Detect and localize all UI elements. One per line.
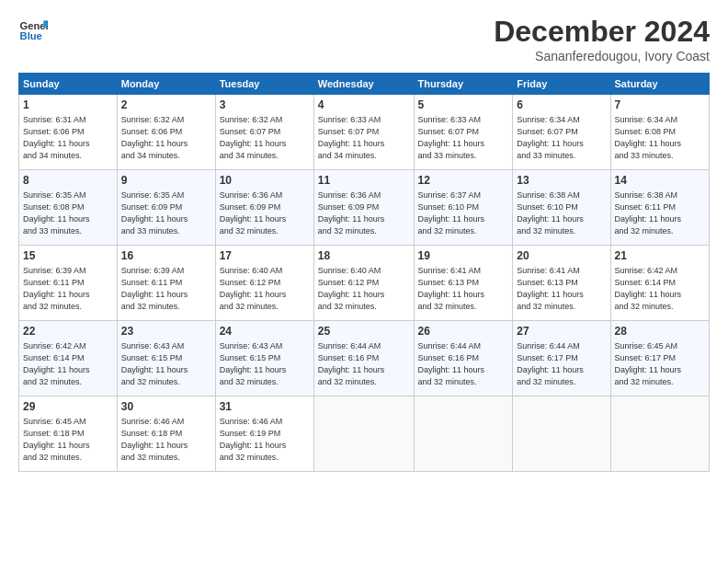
header: General Blue December 2024 Sananferedoug… xyxy=(18,15,710,63)
day-number: 19 xyxy=(418,248,509,263)
day-number: 10 xyxy=(220,173,310,188)
day-number: 30 xyxy=(121,399,211,414)
day-info: Sunrise: 6:43 AM Sunset: 6:15 PM Dayligh… xyxy=(121,341,188,385)
day-number: 23 xyxy=(121,324,211,339)
day-info: Sunrise: 6:36 AM Sunset: 6:09 PM Dayligh… xyxy=(318,190,385,235)
day-info: Sunrise: 6:37 AM Sunset: 6:10 PM Dayligh… xyxy=(418,190,485,235)
day-info: Sunrise: 6:35 AM Sunset: 6:08 PM Dayligh… xyxy=(23,190,90,235)
logo-icon: General Blue xyxy=(18,15,48,44)
calendar-cell: 27Sunrise: 6:44 AM Sunset: 6:17 PM Dayli… xyxy=(513,321,610,396)
calendar-cell: 4Sunrise: 6:33 AM Sunset: 6:07 PM Daylig… xyxy=(313,95,414,170)
calendar-week-row: 1Sunrise: 6:31 AM Sunset: 6:06 PM Daylig… xyxy=(19,95,710,170)
weekday-header-row: SundayMondayTuesdayWednesdayThursdayFrid… xyxy=(19,74,710,95)
day-info: Sunrise: 6:33 AM Sunset: 6:07 PM Dayligh… xyxy=(418,115,485,159)
calendar-cell: 5Sunrise: 6:33 AM Sunset: 6:07 PM Daylig… xyxy=(414,95,513,170)
day-number: 22 xyxy=(23,324,113,339)
logo: General Blue xyxy=(18,15,48,44)
day-info: Sunrise: 6:41 AM Sunset: 6:13 PM Dayligh… xyxy=(517,266,584,310)
calendar-cell: 14Sunrise: 6:38 AM Sunset: 6:11 PM Dayli… xyxy=(610,170,709,246)
weekday-header: Saturday xyxy=(610,74,709,95)
calendar-cell: 25Sunrise: 6:44 AM Sunset: 6:16 PM Dayli… xyxy=(313,321,414,396)
day-info: Sunrise: 6:44 AM Sunset: 6:16 PM Dayligh… xyxy=(418,341,485,385)
weekday-header: Tuesday xyxy=(215,74,313,95)
calendar-cell: 30Sunrise: 6:46 AM Sunset: 6:18 PM Dayli… xyxy=(117,396,215,472)
calendar-cell: 17Sunrise: 6:40 AM Sunset: 6:12 PM Dayli… xyxy=(215,246,313,321)
calendar: SundayMondayTuesdayWednesdayThursdayFrid… xyxy=(18,73,710,472)
day-info: Sunrise: 6:31 AM Sunset: 6:06 PM Dayligh… xyxy=(23,115,90,159)
calendar-week-row: 29Sunrise: 6:45 AM Sunset: 6:18 PM Dayli… xyxy=(19,396,710,472)
day-number: 26 xyxy=(418,324,509,339)
calendar-cell xyxy=(414,396,513,472)
day-info: Sunrise: 6:45 AM Sunset: 6:17 PM Dayligh… xyxy=(615,341,682,385)
day-info: Sunrise: 6:36 AM Sunset: 6:09 PM Dayligh… xyxy=(220,190,287,235)
month-title: December 2024 xyxy=(494,15,710,49)
day-info: Sunrise: 6:39 AM Sunset: 6:11 PM Dayligh… xyxy=(23,266,90,310)
day-info: Sunrise: 6:43 AM Sunset: 6:15 PM Dayligh… xyxy=(220,341,287,385)
calendar-cell: 22Sunrise: 6:42 AM Sunset: 6:14 PM Dayli… xyxy=(19,321,118,396)
day-number: 9 xyxy=(121,173,211,188)
calendar-cell xyxy=(610,396,709,472)
day-number: 15 xyxy=(23,248,113,263)
day-number: 1 xyxy=(23,98,113,112)
day-number: 3 xyxy=(220,98,310,112)
day-info: Sunrise: 6:34 AM Sunset: 6:08 PM Dayligh… xyxy=(615,115,682,159)
day-number: 24 xyxy=(220,324,310,339)
calendar-cell: 9Sunrise: 6:35 AM Sunset: 6:09 PM Daylig… xyxy=(117,170,215,246)
calendar-cell: 12Sunrise: 6:37 AM Sunset: 6:10 PM Dayli… xyxy=(414,170,513,246)
day-info: Sunrise: 6:45 AM Sunset: 6:18 PM Dayligh… xyxy=(23,417,90,461)
day-info: Sunrise: 6:44 AM Sunset: 6:17 PM Dayligh… xyxy=(517,341,584,385)
day-info: Sunrise: 6:38 AM Sunset: 6:10 PM Dayligh… xyxy=(517,190,584,235)
day-number: 17 xyxy=(220,248,310,263)
day-number: 5 xyxy=(418,98,509,112)
calendar-cell: 28Sunrise: 6:45 AM Sunset: 6:17 PM Dayli… xyxy=(610,321,709,396)
calendar-cell: 11Sunrise: 6:36 AM Sunset: 6:09 PM Dayli… xyxy=(313,170,414,246)
weekday-header: Friday xyxy=(513,74,610,95)
day-info: Sunrise: 6:46 AM Sunset: 6:19 PM Dayligh… xyxy=(220,417,287,461)
weekday-header: Thursday xyxy=(414,74,513,95)
day-number: 11 xyxy=(318,173,410,188)
calendar-cell: 23Sunrise: 6:43 AM Sunset: 6:15 PM Dayli… xyxy=(117,321,215,396)
calendar-cell: 7Sunrise: 6:34 AM Sunset: 6:08 PM Daylig… xyxy=(610,95,709,170)
day-info: Sunrise: 6:38 AM Sunset: 6:11 PM Dayligh… xyxy=(615,190,682,235)
day-number: 20 xyxy=(517,248,606,263)
calendar-cell: 31Sunrise: 6:46 AM Sunset: 6:19 PM Dayli… xyxy=(215,396,313,472)
calendar-week-row: 15Sunrise: 6:39 AM Sunset: 6:11 PM Dayli… xyxy=(19,246,710,321)
day-number: 13 xyxy=(517,173,606,188)
day-info: Sunrise: 6:32 AM Sunset: 6:07 PM Dayligh… xyxy=(220,115,287,159)
day-number: 7 xyxy=(615,98,705,112)
day-number: 28 xyxy=(615,324,705,339)
day-info: Sunrise: 6:40 AM Sunset: 6:12 PM Dayligh… xyxy=(318,266,385,310)
weekday-header: Sunday xyxy=(19,74,118,95)
calendar-cell: 29Sunrise: 6:45 AM Sunset: 6:18 PM Dayli… xyxy=(19,396,118,472)
day-info: Sunrise: 6:34 AM Sunset: 6:07 PM Dayligh… xyxy=(517,115,584,159)
calendar-cell: 20Sunrise: 6:41 AM Sunset: 6:13 PM Dayli… xyxy=(513,246,610,321)
day-number: 14 xyxy=(615,173,705,188)
day-info: Sunrise: 6:41 AM Sunset: 6:13 PM Dayligh… xyxy=(418,266,485,310)
calendar-cell: 18Sunrise: 6:40 AM Sunset: 6:12 PM Dayli… xyxy=(313,246,414,321)
title-block: December 2024 Sananferedougou, Ivory Coa… xyxy=(494,15,710,63)
day-number: 12 xyxy=(418,173,509,188)
day-info: Sunrise: 6:32 AM Sunset: 6:06 PM Dayligh… xyxy=(121,115,188,159)
day-info: Sunrise: 6:40 AM Sunset: 6:12 PM Dayligh… xyxy=(220,266,287,310)
day-info: Sunrise: 6:39 AM Sunset: 6:11 PM Dayligh… xyxy=(121,266,188,310)
day-info: Sunrise: 6:42 AM Sunset: 6:14 PM Dayligh… xyxy=(615,266,682,310)
weekday-header: Wednesday xyxy=(313,74,414,95)
day-info: Sunrise: 6:46 AM Sunset: 6:18 PM Dayligh… xyxy=(121,417,188,461)
calendar-week-row: 8Sunrise: 6:35 AM Sunset: 6:08 PM Daylig… xyxy=(19,170,710,246)
day-number: 25 xyxy=(318,324,410,339)
calendar-cell: 21Sunrise: 6:42 AM Sunset: 6:14 PM Dayli… xyxy=(610,246,709,321)
page: General Blue December 2024 Sananferedoug… xyxy=(0,0,728,563)
day-info: Sunrise: 6:33 AM Sunset: 6:07 PM Dayligh… xyxy=(318,115,385,159)
calendar-cell: 15Sunrise: 6:39 AM Sunset: 6:11 PM Dayli… xyxy=(19,246,118,321)
day-number: 21 xyxy=(615,248,705,263)
day-info: Sunrise: 6:35 AM Sunset: 6:09 PM Dayligh… xyxy=(121,190,188,235)
day-number: 4 xyxy=(318,98,410,112)
calendar-cell: 16Sunrise: 6:39 AM Sunset: 6:11 PM Dayli… xyxy=(117,246,215,321)
calendar-cell: 2Sunrise: 6:32 AM Sunset: 6:06 PM Daylig… xyxy=(117,95,215,170)
calendar-cell: 8Sunrise: 6:35 AM Sunset: 6:08 PM Daylig… xyxy=(19,170,118,246)
day-number: 8 xyxy=(23,173,113,188)
calendar-cell: 19Sunrise: 6:41 AM Sunset: 6:13 PM Dayli… xyxy=(414,246,513,321)
location-subtitle: Sananferedougou, Ivory Coast xyxy=(494,49,710,63)
day-info: Sunrise: 6:42 AM Sunset: 6:14 PM Dayligh… xyxy=(23,341,90,385)
calendar-cell: 13Sunrise: 6:38 AM Sunset: 6:10 PM Dayli… xyxy=(513,170,610,246)
